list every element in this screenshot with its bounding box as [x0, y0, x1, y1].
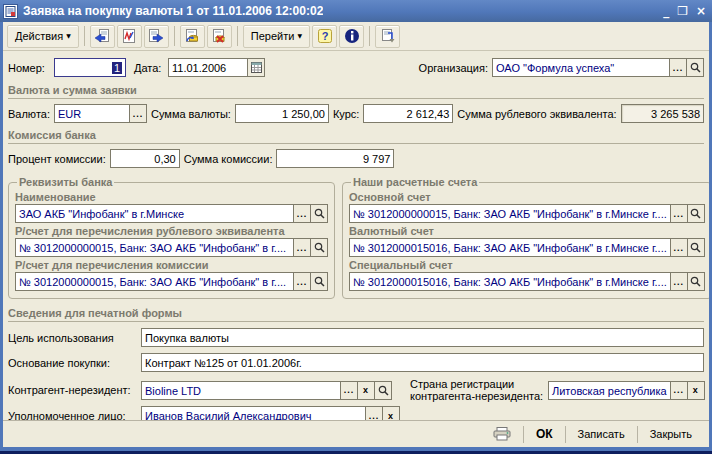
goto-menu-button[interactable]: Перейти ▼ [243, 25, 310, 48]
currency-account-field[interactable]: № 3012000015016, Банк: ЗАО АКБ "Инфобанк… [349, 238, 671, 257]
purpose-field[interactable]: Покупка валюты [141, 328, 704, 347]
info-button[interactable] [339, 25, 364, 48]
calendar-button[interactable] [248, 58, 265, 77]
post-document-button[interactable] [117, 25, 142, 48]
special-account-field[interactable]: № 3012000015016, Банк: ЗАО АКБ "Инфобанк… [349, 272, 671, 291]
bank-groupbox: Реквизиты банка Наименование ЗАО АКБ "Ин… [8, 176, 335, 299]
lookup-button[interactable] [687, 58, 704, 77]
ellipsis-button[interactable]: ... [294, 204, 311, 223]
country-field[interactable]: Литовская республика [548, 381, 671, 400]
commission-percent-label: Процент комиссии: [8, 153, 106, 165]
help-button[interactable]: ? [312, 25, 337, 48]
bank-commission-account-field[interactable]: № 3012000000015, Банк: ЗАО АКБ "Инфобанк… [15, 272, 294, 291]
lookup-button[interactable] [688, 204, 705, 223]
country-label: Страна регистрации контрагента-нерезиден… [410, 378, 548, 402]
number-field[interactable]: 1 [54, 58, 126, 77]
rate-field[interactable]: 2 612,43 [363, 104, 453, 123]
magnifier-icon [690, 276, 701, 287]
special-account-label: Специальный счет [349, 259, 705, 271]
counterparty-field[interactable]: Bioline LTD [141, 381, 341, 400]
toolbar-separator [369, 26, 370, 46]
ellipsis-button[interactable]: ... [671, 272, 688, 291]
ok-button[interactable]: ОК [527, 424, 562, 444]
toolbar-separator [174, 26, 175, 46]
clear-button[interactable]: x [688, 381, 705, 400]
ellipsis-button[interactable]: ... [671, 204, 688, 223]
organization-field[interactable]: ОАО "Формула успеха" [492, 58, 670, 77]
number-label: Номер: [8, 62, 54, 74]
subordination-structure-button[interactable] [375, 25, 400, 48]
doc-register-refresh-icon [184, 28, 200, 44]
ellipsis-button[interactable]: ... [670, 58, 687, 77]
maximize-button[interactable]: ❒ [677, 4, 688, 18]
reread-button[interactable] [90, 25, 115, 48]
ellipsis-button[interactable]: ... [671, 381, 688, 400]
currency-label: Валюта: [8, 108, 50, 120]
bank-name-field[interactable]: ЗАО АКБ "Инфобанк" в г.Минске [15, 204, 294, 223]
toolbar-separator [84, 26, 85, 46]
footer-separator [523, 426, 524, 443]
ellipsis-button[interactable]: ... [341, 381, 358, 400]
commission-amount-field[interactable]: 9 797 [276, 149, 394, 168]
close-button[interactable]: × [696, 4, 706, 18]
help-icon: ? [317, 28, 333, 44]
basis-field[interactable]: Контракт №125 от 01.01.2006г. [141, 353, 704, 372]
lookup-button[interactable] [688, 238, 705, 257]
currency-amount-field[interactable]: 1 250,00 [235, 104, 329, 123]
date-field[interactable]: 11.01.2006 [168, 58, 248, 77]
ellipsis-button[interactable]: ... [130, 104, 147, 123]
dropdown-arrow-icon: ▼ [297, 33, 302, 39]
doc-arrow-down-icon [380, 28, 396, 44]
commission-percent-field[interactable]: 0,30 [110, 149, 180, 168]
rub-equivalent-field: 3 265 538 [621, 104, 704, 123]
lookup-button[interactable] [311, 272, 328, 291]
lookup-button[interactable] [688, 272, 705, 291]
authorized-person-label: Уполномоченное лицо: [8, 410, 141, 421]
toolbar-separator [237, 26, 238, 46]
minimize-button[interactable]: _ [663, 4, 669, 18]
counterparty-label: Контрагент-нерезидент: [8, 384, 141, 396]
organization-label: Организация: [419, 62, 488, 74]
clear-records-button[interactable] [207, 25, 232, 48]
section-print-info-title: Сведения для печатной формы [8, 307, 704, 322]
print-button[interactable] [484, 424, 520, 444]
ellipsis-button[interactable]: ... [671, 238, 688, 257]
lookup-button[interactable] [311, 238, 328, 257]
lookup-button[interactable] [375, 381, 392, 400]
post-document-icon [121, 28, 137, 44]
lookup-button[interactable] [311, 204, 328, 223]
bank-rub-account-field[interactable]: № 3012000000015, Банк: ЗАО АКБ "Инфобанк… [15, 238, 294, 257]
doc-arrow-left-icon [94, 28, 110, 44]
ellipsis-button[interactable]: ... [366, 406, 383, 420]
actions-menu-button[interactable]: Действия ▼ [7, 25, 79, 48]
save-button[interactable]: Записать [569, 425, 634, 443]
close-form-button[interactable]: Закрыть [641, 425, 701, 443]
doc-arrow-right-icon [148, 28, 164, 44]
magnifier-icon [690, 62, 701, 73]
ellipsis-button[interactable]: ... [294, 238, 311, 257]
svg-text:?: ? [321, 30, 328, 42]
purpose-label: Цель использования [8, 332, 141, 344]
register-records-button[interactable] [180, 25, 205, 48]
accounts-groupbox-title: Наши расчетные счета [351, 176, 479, 188]
magnifier-icon [690, 208, 701, 219]
ellipsis-button[interactable]: ... [294, 272, 311, 291]
form-body: Номер: 1 Дата: 11.01.2006 [3, 51, 709, 420]
main-account-field[interactable]: № 3012000000015, Банк: ЗАО АКБ "Инфобанк… [349, 204, 671, 223]
post-and-close-button[interactable] [144, 25, 169, 48]
clear-button[interactable]: x [358, 381, 375, 400]
magnifier-icon [314, 208, 325, 219]
currency-field[interactable]: EUR [54, 104, 130, 123]
footer-buttonbar: ОК Записать Закрыть [3, 420, 709, 447]
printer-icon [493, 427, 511, 441]
window-title: Заявка на покупку валюты 1 от 11.01.2006… [23, 4, 323, 18]
clear-button[interactable]: x [383, 406, 400, 420]
commission-amount-label: Сумма комиссии: [184, 153, 273, 165]
authorized-person-field[interactable]: Иванов Василий Александрович [141, 406, 366, 420]
document-window-icon [3, 4, 18, 19]
magnifier-icon [314, 242, 325, 253]
bank-rub-account-label: Р/счет для перечисления рублевого эквива… [15, 225, 328, 237]
main-account-label: Основной счет [349, 191, 705, 203]
magnifier-icon [378, 385, 389, 396]
basis-label: Основание покупки: [8, 357, 141, 369]
